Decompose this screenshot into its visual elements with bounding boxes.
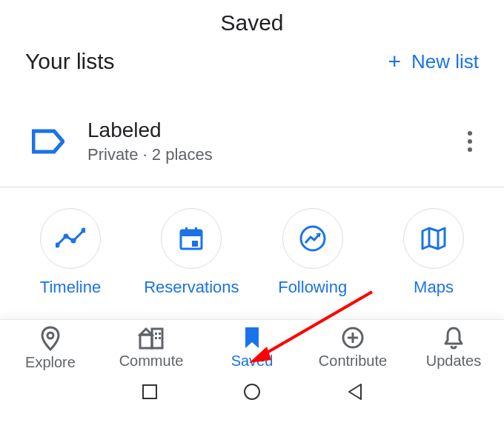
svg-rect-19 bbox=[155, 333, 157, 335]
svg-rect-9 bbox=[185, 227, 188, 233]
nav-saved[interactable]: Saved bbox=[204, 326, 300, 371]
list-name: Labeled bbox=[87, 118, 461, 142]
pin-icon bbox=[40, 326, 61, 351]
nav-label: Explore bbox=[25, 354, 76, 371]
system-nav bbox=[0, 374, 504, 407]
nav-updates[interactable]: Updates bbox=[405, 326, 502, 371]
your-lists-row: Your lists + New list bbox=[0, 49, 504, 89]
svg-rect-26 bbox=[143, 385, 156, 398]
bookmark-icon bbox=[243, 326, 261, 350]
quick-access-row: Timeline Reservations Following bbox=[0, 187, 504, 319]
quick-following[interactable]: Following bbox=[253, 208, 373, 297]
quick-timeline[interactable]: Timeline bbox=[10, 208, 130, 297]
svg-rect-20 bbox=[159, 333, 161, 335]
new-list-button[interactable]: + New list bbox=[388, 50, 479, 73]
svg-rect-10 bbox=[195, 227, 197, 233]
svg-rect-11 bbox=[192, 241, 198, 247]
overflow-menu-button[interactable] bbox=[461, 124, 479, 158]
plus-circle-icon bbox=[341, 326, 365, 350]
map-icon bbox=[403, 208, 464, 269]
nav-explore[interactable]: Explore bbox=[2, 326, 99, 371]
quick-maps[interactable]: Maps bbox=[374, 208, 494, 297]
svg-marker-17 bbox=[140, 329, 152, 335]
nav-label: Saved bbox=[231, 353, 273, 370]
plus-icon: + bbox=[388, 50, 401, 73]
svg-point-4 bbox=[64, 234, 69, 239]
quick-label: Following bbox=[278, 278, 347, 297]
nav-label: Updates bbox=[426, 353, 482, 370]
label-tag-icon bbox=[28, 121, 68, 161]
svg-rect-21 bbox=[155, 337, 157, 339]
calendar-icon bbox=[161, 208, 222, 269]
svg-point-1 bbox=[468, 139, 472, 144]
nav-label: Commute bbox=[119, 353, 184, 370]
buildings-icon bbox=[138, 326, 165, 350]
sys-home-button[interactable] bbox=[242, 381, 262, 402]
timeline-icon bbox=[40, 208, 101, 269]
new-list-label: New list bbox=[411, 50, 479, 73]
nav-commute[interactable]: Commute bbox=[103, 326, 199, 371]
svg-point-27 bbox=[245, 384, 259, 399]
nav-label: Contribute bbox=[319, 353, 387, 370]
svg-point-2 bbox=[468, 147, 472, 152]
svg-point-0 bbox=[468, 131, 472, 136]
list-subtitle: Private · 2 places bbox=[87, 145, 461, 164]
sys-back-button[interactable] bbox=[344, 381, 365, 402]
your-lists-heading: Your lists bbox=[25, 49, 115, 74]
list-text: Labeled Private · 2 places bbox=[87, 118, 461, 164]
list-item[interactable]: Labeled Private · 2 places bbox=[0, 89, 504, 187]
svg-point-5 bbox=[71, 238, 76, 244]
bottom-nav: Explore Commute Saved Contribute Updates bbox=[0, 319, 504, 374]
quick-reservations[interactable]: Reservations bbox=[131, 208, 251, 297]
quick-label: Timeline bbox=[40, 278, 101, 297]
quick-label: Maps bbox=[414, 278, 454, 297]
sys-recent-button[interactable] bbox=[139, 381, 160, 402]
quick-label: Reservations bbox=[144, 278, 239, 297]
page-title: Saved bbox=[0, 0, 504, 49]
trending-icon bbox=[282, 208, 343, 269]
bell-icon bbox=[443, 326, 464, 350]
svg-rect-22 bbox=[159, 337, 161, 339]
svg-rect-8 bbox=[181, 230, 202, 236]
nav-contribute[interactable]: Contribute bbox=[305, 326, 401, 371]
svg-point-15 bbox=[47, 333, 53, 338]
svg-rect-16 bbox=[140, 335, 152, 348]
